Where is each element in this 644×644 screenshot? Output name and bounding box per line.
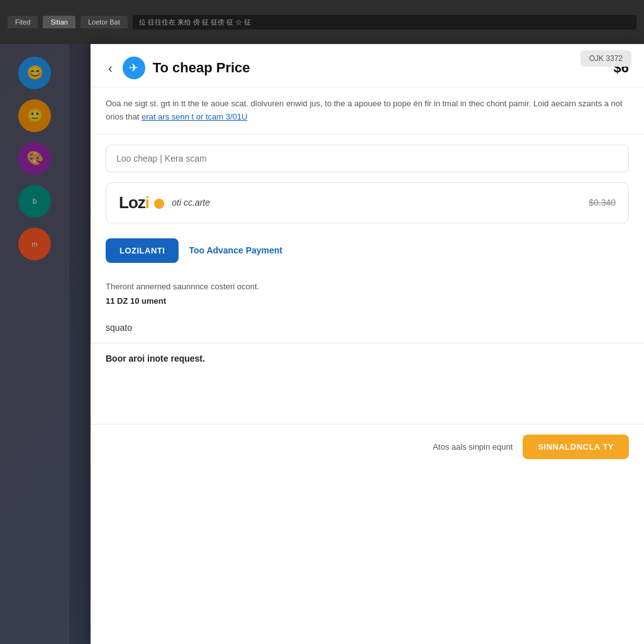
footer-link-button[interactable]: Atos aals sinpin equnt [433, 442, 513, 452]
modal-panel: OJK 3372 ‹ ✈ To cheap Price $6 Ooa ne si… [91, 44, 644, 644]
action-buttons: LOZILANTI Too Advance Payment [91, 233, 644, 275]
modal-description: Ooa ne sigt st. grt in tt the te aoue sc… [91, 87, 644, 135]
flight-icon: ✈ [123, 57, 145, 79]
search-section: Loo cheap | Kera scam [91, 135, 644, 182]
modal-overlay: OJK 3372 ‹ ✈ To cheap Price $6 Ooa ne si… [0, 44, 644, 644]
browser-tab-fited[interactable]: Fited [8, 16, 38, 28]
advance-payment-button[interactable]: Too Advance Payment [189, 245, 282, 255]
corner-button[interactable]: OJK 3372 [580, 50, 631, 67]
search-input[interactable]: Loo cheap | Kera scam [116, 153, 618, 164]
logo-dot [154, 199, 164, 209]
info-line-1: Theront annerned saunnnce costeri ocont. [106, 280, 629, 293]
item-card-section: Lozi oti cc.arte $0.340 [91, 182, 644, 233]
address-bar[interactable]: 位 往往住在 来给 傍 征 征傍 征 ☆ 征 [133, 15, 636, 30]
primary-action-button[interactable]: LOZILANTI [106, 238, 179, 263]
modal-footer: Atos aals sinpin equnt sinnaldncla ty [91, 424, 644, 469]
final-info: Boor aroi inote request. [91, 343, 644, 374]
item-card: Lozi oti cc.arte $0.340 [106, 182, 629, 223]
browser-tab-loetor[interactable]: Loetor Bat [80, 16, 128, 28]
search-wrapper[interactable]: Loo cheap | Kera scam [106, 145, 629, 172]
info-line-2: 11 DZ 10 ument [106, 295, 629, 308]
item-name: oti cc.arte [172, 197, 581, 208]
modal-title: To cheap Price [153, 60, 606, 76]
browser-chrome: Fited Sitian Loetor Bat 位 往往住在 来给 傍 征 征傍… [0, 0, 644, 44]
back-button[interactable]: ‹ [106, 61, 115, 75]
item-logo: Lozi [119, 193, 164, 213]
item-price: $0.340 [589, 197, 616, 208]
squato-line: squato [91, 320, 644, 343]
description-highlight[interactable]: erat ars senn t or tcam 3/01U [142, 112, 247, 121]
browser-tab-sitian[interactable]: Sitian [43, 16, 75, 28]
modal-header: ‹ ✈ To cheap Price $6 [91, 44, 644, 87]
footer-submit-button[interactable]: sinnaldncla ty [523, 435, 629, 459]
info-section: Theront annerned saunnnce costeri ocont.… [91, 275, 644, 320]
